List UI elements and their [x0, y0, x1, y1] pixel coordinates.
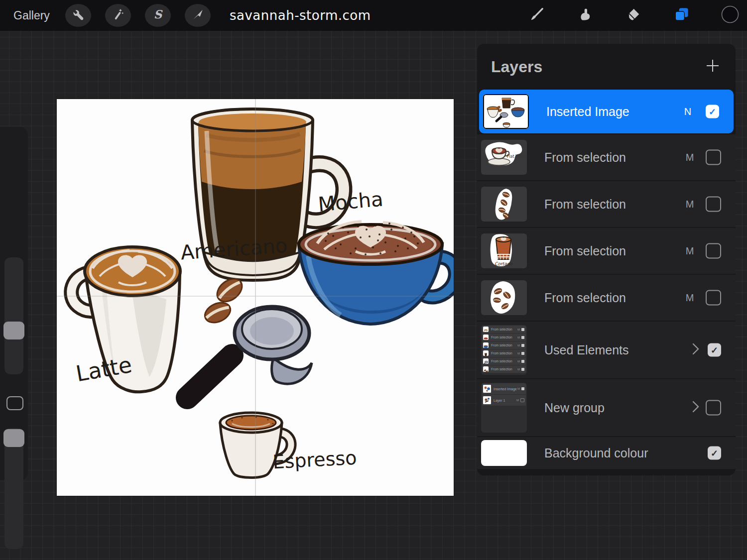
layer-group-used-elements[interactable]: From selection M From selection M From s…	[477, 322, 736, 378]
mini-blend: M	[517, 344, 520, 347]
layer-visibility-checkbox[interactable]: ✓	[708, 447, 721, 460]
layer-visibility-checkbox[interactable]: ✓	[708, 343, 721, 357]
espresso-drawing: Espresso	[220, 413, 357, 478]
brush-size-slider-handle[interactable]	[3, 322, 24, 339]
layer-row-inserted-image[interactable]: Inserted Image N ✓	[479, 90, 734, 133]
layer-row-from-selection-3[interactable]: Cortado From selection M ✓	[477, 228, 736, 274]
mini-layer-label: Layer 1	[494, 399, 516, 402]
layer-visibility-checkbox[interactable]: ✓	[706, 400, 721, 416]
layer-thumbnail	[481, 280, 527, 315]
layer-group-new-group[interactable]: Inserted Image M Layer 1 M New group ✓	[477, 379, 736, 436]
move-arrow-icon	[191, 8, 204, 23]
brush-opacity-slider-handle[interactable]	[3, 429, 24, 447]
layer-name: Background colour	[544, 446, 648, 460]
magic-wand-icon	[112, 8, 124, 23]
mocha-label: Mocha	[317, 187, 384, 216]
eraser-icon	[626, 7, 641, 24]
layer-name: Used Elements	[544, 343, 629, 357]
mini-layer-label: From selection	[491, 351, 517, 355]
layer-thumbnail	[483, 94, 529, 129]
mini-layer-label: From selection	[491, 367, 517, 371]
layers-panel-header: Layers	[477, 44, 736, 90]
smudge-tool-button[interactable]	[572, 4, 598, 27]
cortado-thumb-label: Cortado	[495, 261, 512, 266]
mini-layer-label: From selection	[491, 359, 517, 363]
eraser-tool-button[interactable]	[621, 4, 646, 27]
modify-button[interactable]	[6, 396, 23, 410]
layer-thumbnail: Cortado	[481, 233, 527, 268]
layer-name: New group	[544, 401, 605, 415]
gallery-button[interactable]: Gallery	[13, 0, 50, 31]
layer-row-from-selection-4[interactable]: From selection M ✓	[477, 275, 736, 321]
layer-visibility-checkbox[interactable]: ✓	[706, 243, 721, 259]
mini-blend: M	[517, 352, 520, 355]
document-title: savannah-storm.com	[230, 0, 371, 31]
layer-row-from-selection-1[interactable]: Flat White From selection M ✓	[477, 134, 736, 180]
mini-layer-label: Inserted Image	[494, 387, 517, 391]
layer-row-from-selection-2[interactable]: From selection M ✓	[477, 181, 736, 227]
blend-mode-badge[interactable]: M	[684, 245, 696, 257]
mini-blend: M	[516, 399, 519, 402]
coffee-illustration: Americano	[57, 99, 454, 496]
layer-visibility-checkbox[interactable]: ✓	[706, 150, 721, 165]
brush-icon	[529, 7, 544, 24]
chevron-right-icon[interactable]	[692, 400, 700, 415]
blend-mode-badge[interactable]: M	[684, 152, 696, 163]
brush-controls-sidebar	[0, 127, 28, 480]
group-thumbnail: From selection M From selection M From s…	[481, 325, 527, 375]
layers-tool-button[interactable]	[669, 4, 695, 27]
layers-panel: Layers	[477, 44, 736, 475]
blend-mode-badge[interactable]: N	[682, 106, 694, 117]
mini-layer-label: From selection	[491, 336, 517, 339]
flat-white-thumb-label: Flat White	[507, 154, 527, 159]
mini-blend: M	[517, 368, 520, 371]
chevron-right-icon[interactable]	[692, 342, 700, 357]
layer-name: From selection	[544, 244, 626, 258]
blend-mode-badge[interactable]: M	[684, 199, 696, 210]
layer-visibility-checkbox[interactable]: ✓	[706, 105, 719, 118]
layer-visibility-checkbox[interactable]: ✓	[706, 290, 721, 306]
selection-s-icon: S	[151, 8, 164, 23]
actions-button[interactable]	[65, 4, 91, 27]
wrench-icon	[72, 8, 85, 23]
smudge-finger-icon	[578, 7, 593, 24]
layer-visibility-checkbox[interactable]: ✓	[706, 197, 721, 212]
layer-name: From selection	[544, 197, 626, 212]
background-colour-swatch	[481, 440, 527, 466]
brush-size-slider[interactable]	[4, 257, 23, 374]
active-color-circle	[721, 5, 740, 26]
mini-blend: M	[517, 360, 520, 363]
mini-blend: M	[517, 336, 520, 339]
svg-text:S: S	[154, 8, 163, 21]
add-layer-button[interactable]	[705, 58, 721, 76]
plus-icon	[705, 58, 721, 74]
blend-mode-badge[interactable]: M	[684, 292, 696, 304]
layer-name: Inserted Image	[546, 105, 629, 119]
group-thumbnail: Inserted Image M Layer 1 M	[481, 383, 527, 433]
drawing-canvas[interactable]: Americano	[57, 99, 454, 496]
layer-row-background-colour[interactable]: Background colour ✓	[477, 437, 736, 469]
mini-blend: M	[517, 328, 520, 331]
top-toolbar: Gallery S savannah-s	[0, 0, 747, 31]
espresso-label: Espresso	[272, 447, 357, 473]
latte-drawing: Latte	[71, 247, 180, 392]
mocha-drawing: Mocha	[299, 187, 454, 324]
mini-layer-label: From selection	[491, 343, 517, 347]
transform-button[interactable]	[185, 4, 211, 27]
mini-blend: M	[517, 387, 520, 390]
layer-thumbnail	[481, 187, 527, 222]
color-swatch-button[interactable]	[717, 4, 743, 27]
layers-icon	[674, 6, 690, 24]
brush-tool-button[interactable]	[524, 4, 550, 27]
layer-thumbnail: Flat White	[481, 140, 527, 175]
layer-name: From selection	[544, 291, 626, 305]
layers-panel-title: Layers	[491, 58, 542, 76]
selection-button[interactable]: S	[145, 4, 171, 27]
adjustments-button[interactable]	[105, 4, 131, 27]
mini-layer-label: From selection	[491, 328, 517, 331]
layer-name: From selection	[544, 150, 626, 165]
